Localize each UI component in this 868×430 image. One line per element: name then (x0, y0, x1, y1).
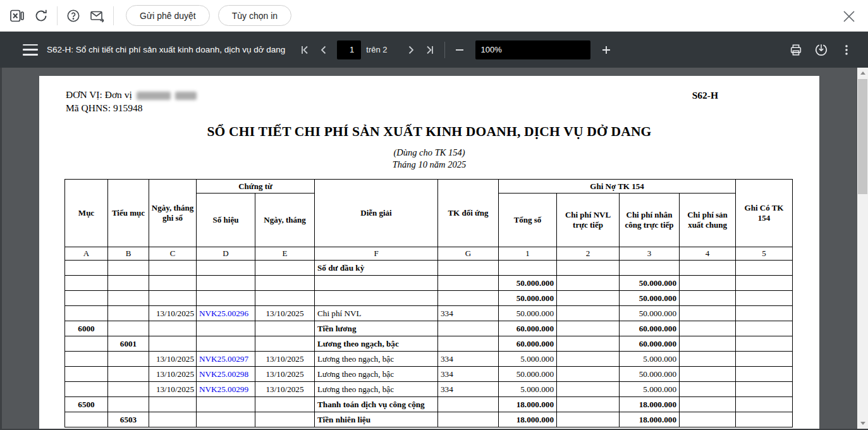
cell (108, 291, 149, 306)
cell: 50.000.000 (620, 367, 680, 382)
cell (680, 291, 736, 306)
last-page-icon[interactable] (420, 40, 439, 59)
cell (149, 276, 197, 291)
scroll-down-icon[interactable] (857, 418, 868, 429)
scrollbar-thumb[interactable] (858, 79, 867, 194)
send-approval-button[interactable]: Gửi phê duyệt (126, 5, 210, 26)
cell: 50.000.000 (499, 306, 557, 321)
cell (65, 412, 108, 427)
col-header-dien-giai: Diễn giải (315, 180, 438, 247)
page-number-input[interactable] (337, 40, 361, 59)
scroll-up-icon[interactable] (857, 68, 868, 78)
toolbar-divider (113, 6, 114, 25)
form-code: S62-H (692, 90, 718, 101)
cell (197, 336, 255, 352)
cell (108, 352, 149, 367)
cell (557, 367, 620, 382)
refresh-icon[interactable] (29, 4, 53, 28)
voucher-link[interactable]: NVK25.00299 (199, 384, 248, 394)
print-options-button[interactable]: Tùy chọn in (218, 5, 291, 26)
cell: 334 (438, 382, 499, 397)
cell (736, 382, 793, 397)
table-row: 13/10/2025NVK25.0029913/10/2025Lương the… (65, 382, 793, 397)
document-title: SỔ CHI TIẾT CHI PHÍ SẢN XUẤT KINH DOANH,… (39, 124, 819, 140)
cell: Chi phí NVL (315, 306, 438, 321)
cell (108, 397, 149, 412)
table-row: 6503Tiền nhiên liệu18.000.00018.000.000 (65, 412, 793, 427)
send-email-icon[interactable] (85, 4, 109, 28)
prev-page-icon[interactable] (314, 40, 333, 59)
cell (315, 276, 438, 291)
close-icon[interactable] (840, 8, 858, 25)
col-header-cp-sx-chung: Chi phí sản xuất chung (680, 194, 736, 247)
vertical-scrollbar[interactable] (857, 68, 868, 429)
cell (255, 321, 315, 336)
cell (438, 397, 499, 412)
cell (557, 321, 620, 336)
cell (557, 306, 620, 321)
cell (65, 336, 108, 352)
cell: 13/10/2025 (149, 367, 197, 382)
menu-icon[interactable] (23, 44, 38, 56)
cell: 18.000.000 (620, 412, 680, 427)
zoom-level-select[interactable]: 100% (475, 40, 590, 59)
more-options-icon[interactable] (834, 37, 859, 63)
cell: Số dư đầu kỳ (315, 261, 438, 276)
cell (65, 382, 108, 397)
cell: NVK25.00298 (197, 367, 255, 382)
cell (680, 352, 736, 367)
cell: NVK25.00296 (197, 306, 255, 321)
col-code: 1 (499, 247, 557, 261)
cell: 50.000.000 (499, 276, 557, 291)
cell (736, 352, 793, 367)
table-row: 6001Lương theo ngạch, bậc60.000.00060.00… (65, 336, 793, 352)
cell (680, 382, 736, 397)
help-icon[interactable] (61, 4, 85, 28)
table-row: 6000Tiền lương60.000.00060.000.000 (65, 321, 793, 336)
table-row: 13/10/2025NVK25.0029813/10/2025Lương the… (65, 367, 793, 382)
col-header-ngay-ghi-so: Ngày, tháng ghi sổ (149, 180, 197, 247)
pdf-document-title: S62-H: Sổ chi tiết chi phí sản xuất kinh… (47, 45, 285, 54)
voucher-link[interactable]: NVK25.00297 (199, 354, 248, 364)
cell (65, 352, 108, 367)
download-icon[interactable] (809, 37, 834, 63)
cell: 60.000.000 (499, 336, 557, 352)
cell: 13/10/2025 (149, 352, 197, 367)
cell (736, 276, 793, 291)
excel-export-icon[interactable] (5, 4, 29, 28)
cell (680, 412, 736, 427)
cell: 13/10/2025 (149, 382, 197, 397)
next-page-icon[interactable] (401, 40, 420, 59)
first-page-icon[interactable] (295, 40, 314, 59)
cell (680, 397, 736, 412)
cell: 13/10/2025 (255, 367, 315, 382)
cell (149, 397, 197, 412)
zoom-in-icon[interactable] (597, 40, 616, 59)
cell (680, 306, 736, 321)
cell: 6503 (108, 412, 149, 427)
cell (736, 367, 793, 382)
col-code: G (438, 247, 499, 261)
cell: 5.000.000 (499, 382, 557, 397)
voucher-link[interactable]: NVK25.00298 (199, 369, 248, 379)
print-icon[interactable] (783, 37, 809, 63)
cell (149, 412, 197, 427)
zoom-out-icon[interactable] (450, 40, 469, 59)
col-code: A (65, 247, 108, 261)
voucher-link[interactable]: NVK25.00296 (199, 309, 248, 318)
cell (108, 261, 149, 276)
toolbar-divider (57, 6, 58, 25)
cell (65, 261, 108, 276)
cell: Lương theo ngạch, bậc (315, 352, 438, 367)
cell: 334 (438, 367, 499, 382)
cell (680, 276, 736, 291)
cell: 5.000.000 (499, 352, 557, 367)
ledger-table: Mục Tiểu mục Ngày, tháng ghi sổ Chứng từ… (64, 179, 793, 427)
cell (149, 321, 197, 336)
cell: 60.000.000 (620, 336, 680, 352)
col-code: F (315, 247, 438, 261)
cell: 334 (438, 352, 499, 367)
cell: 13/10/2025 (255, 352, 315, 367)
col-header-chung-tu: Chứng từ (197, 180, 315, 194)
table-row: 13/10/2025NVK25.0029613/10/2025Chi phí N… (65, 306, 793, 321)
